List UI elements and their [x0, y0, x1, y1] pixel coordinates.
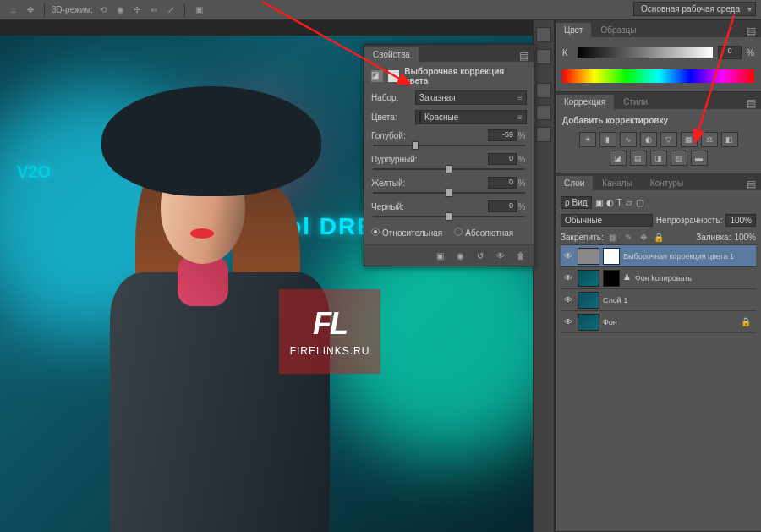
opacity-value[interactable]: 100% [725, 214, 756, 227]
relative-radio[interactable]: Относительная [371, 228, 442, 238]
collapsed-panel-icon[interactable] [536, 83, 551, 98]
3d-roll-icon[interactable]: ◉ [113, 3, 127, 17]
layer-name[interactable]: Выборочная коррекция цвета 1 [623, 252, 754, 261]
preset-select[interactable]: Заказная [415, 90, 527, 105]
layer-thumb-icon [578, 270, 599, 287]
levels-icon[interactable]: ▮ [599, 132, 616, 147]
visibility-toggle-icon[interactable]: 👁 [562, 273, 574, 282]
tab-properties[interactable]: Свойства [364, 47, 419, 62]
layer-row[interactable]: 👁♟Фон kопировать [561, 267, 756, 289]
lock-all-icon[interactable]: 🔒 [653, 231, 665, 243]
filter-pixel-icon[interactable]: ▣ [595, 198, 603, 207]
collapsed-panel-icon[interactable] [536, 127, 551, 142]
slider-value[interactable]: 0 [488, 200, 517, 212]
panel-menu-icon[interactable]: ▤ [742, 178, 761, 190]
invert-icon[interactable]: ◪ [610, 151, 627, 166]
properties-panel[interactable]: Свойства ▤ ◪ Выборочная коррекция цвета … [364, 44, 534, 266]
layer-name[interactable]: Слой 1 [603, 296, 754, 304]
adjustments-panel: Коррекция Стили ▤ Добавить корректировку… [556, 92, 761, 173]
slider-label: Черный: [371, 202, 488, 211]
3d-scale-icon[interactable]: ⤢ [164, 3, 178, 17]
3d-pan-icon[interactable]: ✢ [130, 3, 144, 17]
layer-mask-icon[interactable] [603, 248, 620, 265]
colors-select[interactable]: Красные [415, 110, 527, 124]
neon-sign: V2O [17, 162, 51, 182]
curves-icon[interactable]: ∿ [620, 132, 637, 147]
layer-filter-kind[interactable]: ρ Вид [561, 196, 592, 209]
visibility-toggle-icon[interactable]: 👁 [562, 317, 574, 326]
filter-shape-icon[interactable]: ▱ [626, 198, 632, 207]
layer-row[interactable]: 👁Слой 1 [561, 289, 756, 311]
toggle-visibility-icon[interactable]: 👁 [493, 249, 508, 262]
panel-menu-icon[interactable]: ▤ [742, 97, 761, 109]
slider-label: Пурпурный: [371, 155, 488, 164]
slider-track[interactable] [373, 168, 525, 170]
lock-pixels-icon[interactable]: ✎ [622, 231, 634, 243]
clip-to-layer-icon[interactable]: ▣ [432, 249, 447, 262]
hue-icon[interactable]: ▦ [681, 132, 698, 147]
props-title: Выборочная коррекция цвета [404, 67, 527, 85]
slider-thumb[interactable] [446, 212, 452, 221]
slider-track[interactable] [373, 216, 525, 217]
vibrance-icon[interactable]: ▽ [660, 132, 677, 147]
slider-value[interactable]: -59 [488, 129, 517, 141]
colorbalance-icon[interactable]: ⚖ [701, 132, 718, 147]
collapsed-panel-icon[interactable] [536, 49, 551, 64]
lock-transparent-icon[interactable]: ▦ [607, 231, 619, 243]
tab-channels[interactable]: Каналы [594, 176, 641, 190]
delete-icon[interactable]: 🗑 [513, 249, 528, 262]
tab-styles[interactable]: Стили [615, 95, 656, 109]
tab-paths[interactable]: Контуры [642, 176, 692, 190]
brightness-icon[interactable]: ☀ [579, 132, 596, 147]
workspace-selector[interactable]: Основная рабочая среда [633, 2, 756, 16]
visibility-toggle-icon[interactable]: 👁 [562, 295, 574, 304]
layer-name[interactable]: Фон [603, 318, 737, 326]
posterize-icon[interactable]: ▤ [630, 151, 647, 166]
watermark-site: FIRELINKS.RU [290, 345, 370, 357]
home-icon[interactable]: ⌂ [7, 3, 20, 17]
tab-swatches[interactable]: Образцы [592, 23, 644, 37]
k-value[interactable]: 0 [718, 46, 742, 59]
3d-slide-icon[interactable]: ⇔ [147, 3, 161, 17]
reset-icon[interactable]: ↺ [473, 249, 488, 262]
tab-adjustments[interactable]: Коррекция [556, 95, 614, 109]
blend-mode[interactable]: Обычные [561, 214, 653, 227]
layer-name[interactable]: Фон kопировать [635, 274, 754, 282]
slider-track[interactable] [373, 145, 525, 146]
panel-menu-icon[interactable]: ▤ [514, 50, 534, 62]
layer-row[interactable]: 👁Фон🔒 [561, 311, 756, 333]
color-panel: Цвет Образцы ▤ K 0 % [556, 20, 761, 92]
panel-menu-icon[interactable]: ▤ [742, 25, 761, 37]
exposure-icon[interactable]: ◐ [640, 132, 657, 147]
tab-color[interactable]: Цвет [556, 23, 591, 37]
layer-mask-icon[interactable] [603, 270, 620, 287]
absolute-radio[interactable]: Абсолютная [454, 228, 513, 238]
camera-icon[interactable]: ▣ [192, 3, 205, 17]
slider-thumb[interactable] [446, 165, 452, 173]
selective-color-icon[interactable]: ▥ [671, 151, 687, 166]
slider-thumb[interactable] [412, 141, 419, 150]
slider-track[interactable] [373, 192, 525, 194]
gradient-map-icon[interactable]: ▬ [691, 151, 708, 166]
threshold-icon[interactable]: ◨ [650, 151, 667, 166]
filter-type-icon[interactable]: T [617, 198, 622, 207]
slider-value[interactable]: 0 [488, 177, 517, 189]
color-spectrum[interactable] [562, 69, 754, 83]
collapsed-panel-icon[interactable] [536, 27, 551, 42]
view-previous-icon[interactable]: ◉ [452, 249, 468, 262]
filter-smart-icon[interactable]: ▢ [636, 198, 643, 207]
tab-layers[interactable]: Слои [556, 176, 593, 190]
collapsed-panel-icon[interactable] [536, 105, 551, 120]
move-icon[interactable]: ✥ [24, 3, 37, 17]
visibility-toggle-icon[interactable]: 👁 [562, 251, 574, 261]
3d-rotate-icon[interactable]: ⟲ [96, 3, 110, 17]
fill-value[interactable]: 100% [734, 233, 756, 242]
lock-position-icon[interactable]: ✥ [638, 231, 649, 243]
k-slider[interactable] [578, 47, 713, 58]
filter-adj-icon[interactable]: ◐ [606, 198, 614, 207]
bw-icon[interactable]: ◧ [721, 132, 738, 147]
layer-row[interactable]: 👁Выборочная коррекция цвета 1 [561, 245, 756, 267]
slider-value[interactable]: 0 [488, 153, 517, 165]
lock-label: Закрепить: [561, 233, 604, 242]
slider-thumb[interactable] [446, 189, 452, 197]
